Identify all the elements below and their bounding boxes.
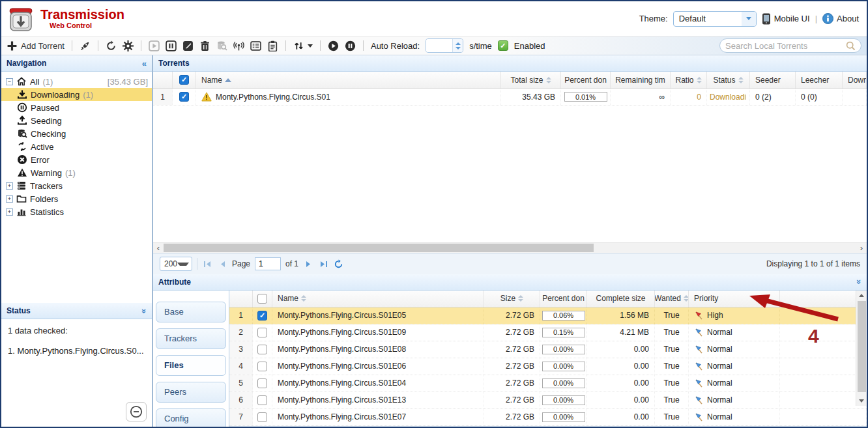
torrents-col-leecher[interactable]: Leecher bbox=[796, 72, 843, 88]
nav-item-all[interactable]: − All (1) [35.43 GB] bbox=[1, 75, 152, 88]
add-torrent-button[interactable]: Add Torrent bbox=[7, 40, 65, 51]
nav-item-checking[interactable]: Checking bbox=[1, 127, 152, 140]
nav-item-error[interactable]: Error bbox=[1, 153, 152, 166]
last-page-button[interactable] bbox=[318, 259, 328, 269]
auto-reload-interval-spinner[interactable] bbox=[426, 38, 463, 53]
select-all-checkbox[interactable]: ✓ bbox=[179, 75, 189, 85]
mobile-ui-link[interactable]: Mobile UI bbox=[762, 13, 810, 25]
tab-config[interactable]: Config bbox=[156, 408, 226, 428]
file-checkbox[interactable] bbox=[257, 328, 267, 337]
horizontal-scroll-thumb[interactable] bbox=[164, 244, 594, 252]
tab-trackers[interactable]: Trackers bbox=[156, 328, 226, 349]
file-checkbox-cell[interactable] bbox=[253, 324, 272, 341]
file-checkbox-cell[interactable] bbox=[253, 341, 272, 358]
file-checkbox[interactable] bbox=[257, 395, 267, 405]
files-col-percent[interactable]: Percent don bbox=[540, 291, 587, 307]
file-row[interactable]: 6 Monty.Pythons.Flying.Circus.S01E13 2.7… bbox=[229, 392, 867, 409]
file-checkbox-cell[interactable] bbox=[253, 375, 272, 392]
collapse-left-icon[interactable]: « bbox=[142, 59, 147, 68]
file-checkbox[interactable] bbox=[257, 345, 267, 354]
vertical-scroll-thumb[interactable] bbox=[858, 301, 866, 392]
nav-item-trackers[interactable]: + Trackers bbox=[1, 179, 152, 192]
nav-item-warning[interactable]: Warning (1) bbox=[1, 166, 152, 179]
file-row[interactable]: 1 ✓ Monty.Pythons.Flying.Circus.S01E05 2… bbox=[229, 307, 867, 324]
file-row[interactable]: 2 Monty.Pythons.Flying.Circus.S01E09 2.7… bbox=[229, 324, 867, 341]
nav-item-downloading[interactable]: Downloading (1) bbox=[1, 88, 152, 101]
tab-base[interactable]: Base bbox=[156, 302, 226, 322]
file-row[interactable]: 3 Monty.Pythons.Flying.Circus.S01E08 2.7… bbox=[229, 341, 867, 358]
files-col-name[interactable]: Name bbox=[272, 291, 484, 307]
torrents-horizontal-scrollbar[interactable]: ‹ › bbox=[153, 242, 867, 253]
announce-button[interactable] bbox=[233, 40, 244, 51]
nav-item-statistics[interactable]: + Statistics bbox=[1, 205, 152, 218]
torrents-col-status[interactable]: Status bbox=[707, 72, 750, 88]
details-button[interactable] bbox=[250, 40, 261, 51]
tree-expand-icon[interactable]: + bbox=[6, 195, 13, 203]
nav-item-folders[interactable]: + Folders bbox=[1, 192, 152, 205]
copy-path-button[interactable] bbox=[267, 40, 278, 51]
clear-status-button[interactable] bbox=[126, 402, 147, 421]
torrents-col-ratio[interactable]: Ratio bbox=[671, 72, 707, 88]
files-col-checkbox[interactable] bbox=[253, 291, 272, 307]
tab-peers[interactable]: Peers bbox=[156, 382, 226, 403]
torrents-col-total-size[interactable]: Total size bbox=[501, 72, 561, 88]
files-vertical-scrollbar[interactable] bbox=[856, 291, 867, 407]
file-checkbox-cell[interactable] bbox=[253, 358, 272, 375]
nav-item-seeding[interactable]: Seeding bbox=[1, 114, 152, 127]
scroll-right-icon[interactable]: › bbox=[856, 243, 867, 253]
file-checkbox-cell[interactable] bbox=[253, 409, 272, 425]
nav-item-active[interactable]: Active bbox=[1, 140, 152, 153]
about-link[interactable]: About bbox=[822, 13, 859, 24]
first-page-button[interactable] bbox=[202, 259, 212, 269]
torrent-row[interactable]: 1 ✓ Monty.Pythons.Flying.Circus.S01 35.4… bbox=[153, 89, 867, 106]
collapse-down-icon[interactable]: » bbox=[140, 308, 149, 313]
file-checkbox[interactable] bbox=[257, 378, 267, 388]
file-row[interactable]: 7 Monty.Pythons.Flying.Circus.S01E07 2.7… bbox=[229, 409, 867, 426]
theme-select[interactable]: Default bbox=[673, 11, 757, 27]
files-col-size[interactable]: Size bbox=[484, 291, 540, 307]
file-checkbox[interactable] bbox=[257, 362, 267, 371]
tree-expand-icon[interactable]: + bbox=[6, 208, 13, 216]
search-local-torrents-box[interactable] bbox=[719, 38, 861, 53]
remove-button[interactable] bbox=[199, 40, 210, 51]
page-number-input[interactable] bbox=[255, 257, 281, 270]
tab-files[interactable]: Files bbox=[156, 355, 226, 376]
start-all-torrents-button[interactable] bbox=[328, 40, 339, 51]
rename-button[interactable] bbox=[182, 40, 194, 51]
torrents-col-remaining[interactable]: Remaining tim bbox=[611, 72, 671, 88]
auto-reload-enabled-checkbox[interactable]: ✓ bbox=[498, 40, 508, 51]
auto-reload-interval-input[interactable] bbox=[426, 39, 452, 52]
queue-move-button[interactable] bbox=[293, 40, 313, 51]
prev-page-button[interactable] bbox=[217, 259, 227, 269]
files-col-wanted[interactable]: Wanted bbox=[655, 291, 689, 307]
next-page-button[interactable] bbox=[303, 259, 313, 269]
start-all-button[interactable] bbox=[80, 40, 91, 51]
files-col-complete[interactable]: Complete size bbox=[587, 291, 655, 307]
torrent-row-checkbox[interactable]: ✓ bbox=[179, 92, 189, 102]
files-select-all-checkbox[interactable] bbox=[257, 294, 267, 304]
collapse-down-icon[interactable]: » bbox=[855, 279, 863, 284]
recheck-button[interactable] bbox=[216, 40, 227, 51]
torrents-col-name[interactable]: Name bbox=[196, 72, 501, 88]
file-checkbox[interactable]: ✓ bbox=[257, 311, 267, 321]
scroll-up-icon[interactable] bbox=[856, 291, 867, 300]
theme-select-button[interactable] bbox=[742, 12, 756, 26]
pause-torrent-button[interactable] bbox=[166, 40, 177, 51]
spinner-buttons[interactable] bbox=[452, 39, 463, 52]
file-checkbox[interactable] bbox=[257, 412, 267, 422]
scroll-down-icon[interactable] bbox=[856, 396, 867, 406]
reload-button[interactable] bbox=[106, 40, 117, 51]
tree-expand-icon[interactable]: + bbox=[6, 182, 13, 190]
pause-all-torrents-button[interactable] bbox=[345, 40, 356, 51]
torrents-col-checkbox[interactable]: ✓ bbox=[173, 72, 196, 88]
torrents-col-download[interactable]: Downlo bbox=[843, 72, 867, 88]
file-row[interactable]: 4 Monty.Pythons.Flying.Circus.S01E06 2.7… bbox=[229, 358, 867, 375]
search-input[interactable] bbox=[725, 41, 846, 51]
start-torrent-button[interactable] bbox=[149, 40, 160, 51]
tree-collapse-icon[interactable]: − bbox=[6, 78, 13, 85]
torrent-row-checkbox-cell[interactable]: ✓ bbox=[173, 89, 196, 105]
settings-button[interactable] bbox=[123, 40, 134, 51]
nav-item-paused[interactable]: Paused bbox=[1, 101, 152, 114]
refresh-page-button[interactable] bbox=[333, 259, 343, 269]
file-row[interactable]: 5 Monty.Pythons.Flying.Circus.S01E04 2.7… bbox=[229, 375, 867, 392]
